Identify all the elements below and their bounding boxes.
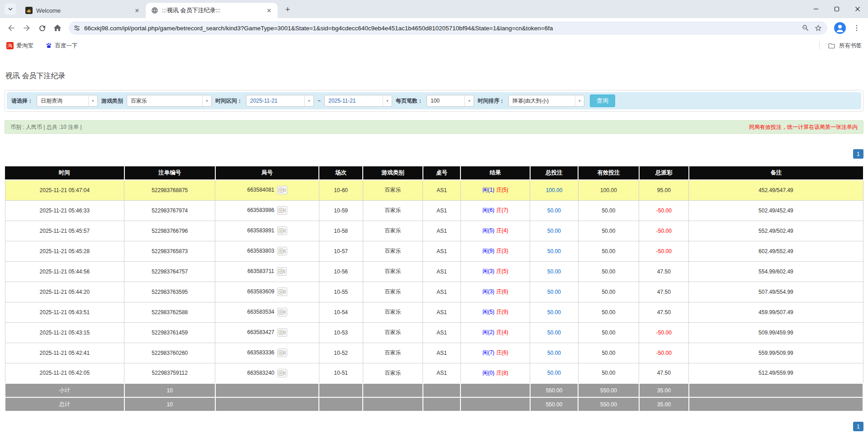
cell-bet-id: 522983761459 [124, 322, 215, 343]
cell-table-no: AS1 [423, 261, 460, 282]
search-button[interactable]: 查询 [590, 94, 615, 107]
cell-table-no: AS1 [423, 180, 460, 200]
sort-order-select[interactable]: 降幂(由大到小) ▼ [508, 95, 584, 107]
new-tab-button[interactable]: + [281, 3, 294, 16]
cell-total-bet: 50.00 [530, 302, 578, 322]
cell-payout: 47.50 [639, 302, 689, 322]
tab-welcome[interactable]: Welcome ✕ [20, 3, 146, 18]
minimize-button[interactable] [806, 0, 826, 18]
menu-button[interactable] [849, 20, 864, 36]
globe-favicon [151, 7, 158, 14]
video-replay-icon[interactable] [277, 308, 287, 316]
close-icon[interactable]: ✕ [133, 6, 141, 14]
maximize-button[interactable] [826, 0, 847, 18]
total-bet-link[interactable]: 50.00 [547, 228, 561, 234]
cell-valid-bet: 50.00 [578, 363, 639, 383]
column-header: 总投注 [530, 166, 578, 180]
site-settings-icon[interactable] [73, 24, 81, 32]
summary-bar: 币别 : 人民币 | 总共 :10 注单 | 同局有效投注，统一计算在该局第一张… [5, 120, 863, 134]
zoom-button[interactable] [799, 22, 812, 34]
video-replay-icon[interactable] [277, 369, 287, 377]
person-icon [834, 22, 846, 34]
total-bet-link[interactable]: 50.00 [547, 268, 561, 275]
total-bet-link[interactable]: 50.00 [547, 350, 561, 356]
date-from-select[interactable]: 2025-11-21 ▼ [246, 95, 314, 107]
page-size-select[interactable]: 100 ▼ [427, 95, 474, 107]
result-banker: 庄(8) [496, 370, 508, 376]
footer-label: 总计 [5, 397, 124, 411]
bookmark-button[interactable] [812, 22, 825, 34]
pagination-bottom: 1 [5, 422, 863, 431]
result-player: 闲(1) [482, 187, 494, 193]
reload-button[interactable] [34, 20, 50, 36]
video-replay-icon[interactable] [277, 247, 287, 255]
tab-search-button[interactable] [5, 3, 16, 15]
round-id-text: 663583609 [247, 288, 274, 295]
result-banker: 庄(7) [496, 207, 508, 213]
total-bet-link[interactable]: 50.00 [547, 207, 561, 214]
total-bet-link[interactable]: 50.00 [547, 289, 561, 295]
column-header: 局号 [215, 166, 319, 180]
footer-empty-cell [319, 397, 363, 411]
close-window-button[interactable] [847, 0, 868, 18]
bookmark-baidu[interactable]: 百度一下 [45, 42, 78, 50]
cell-table-no: AS1 [423, 241, 460, 261]
cell-note: 507.49/554.99 [689, 282, 863, 302]
cell-note: 452.49/547.49 [689, 180, 863, 200]
video-replay-icon[interactable] [277, 226, 287, 235]
game-type-select[interactable]: 百家乐 ▼ [127, 95, 212, 107]
filter-label-query-type: 请选择： [11, 97, 33, 105]
pagination-page-1[interactable]: 1 [853, 422, 863, 431]
profile-avatar[interactable] [834, 22, 846, 34]
tab-betrecord[interactable]: :::视讯 会员下注纪录::: ✕ [146, 3, 278, 18]
round-id-text: 663583427 [247, 329, 274, 335]
forward-button[interactable] [19, 20, 34, 36]
cell-total-bet: 50.00 [530, 200, 578, 221]
close-icon[interactable]: ✕ [265, 6, 273, 14]
column-header: 总派彩 [639, 166, 689, 180]
result-banker: 庄(5) [496, 187, 508, 193]
video-replay-icon[interactable] [277, 287, 287, 296]
video-replay-icon[interactable] [277, 267, 287, 276]
video-replay-icon[interactable] [277, 186, 287, 194]
url-bar[interactable]: 66cxkj98.com/ipl/portal.php/game/betreco… [69, 21, 827, 35]
date-to-select[interactable]: 2025-11-21 ▼ [324, 95, 392, 107]
pagination-page-1[interactable]: 1 [853, 149, 863, 159]
video-camera-icon [279, 309, 286, 315]
column-header: 场次 [319, 166, 363, 180]
table-header: 时间注单编号局号场次游戏类别桌号结果总投注有效投注总派彩备注 [5, 166, 863, 180]
currency-total-summary: 币别 : 人民币 | 总共 :10 注单 | [10, 123, 82, 131]
home-button[interactable] [50, 20, 65, 36]
video-camera-icon [279, 207, 286, 213]
cell-bet-id: 522983767974 [124, 200, 215, 221]
video-replay-icon[interactable] [277, 328, 287, 337]
cell-table-no: AS1 [423, 322, 460, 343]
cell-payout: 47.50 [639, 261, 689, 282]
total-bet-link[interactable]: 50.00 [547, 309, 561, 316]
total-bet-link[interactable]: 50.00 [547, 370, 561, 376]
url-text[interactable]: 66cxkj98.com/ipl/portal.php/game/betreco… [84, 25, 796, 32]
cell-valid-bet: 50.00 [578, 302, 639, 322]
total-bet-link[interactable]: 50.00 [547, 330, 561, 336]
cell-payout: -50.00 [639, 200, 689, 221]
bookmark-taobao[interactable]: 淘 爱淘宝 [6, 42, 33, 50]
footer-empty-cell [423, 397, 460, 411]
round-id-text: 663583803 [247, 248, 274, 254]
cell-valid-bet: 50.00 [578, 261, 639, 282]
footer-empty-cell [689, 397, 863, 411]
chevron-down-icon: ▼ [304, 95, 313, 106]
all-bookmarks-button[interactable]: 所有书签 [819, 42, 862, 50]
cell-bet-id: 522983762588 [124, 302, 215, 322]
total-bet-link[interactable]: 100.00 [546, 187, 563, 193]
round-id-text: 663583986 [247, 207, 274, 213]
maximize-icon [834, 6, 840, 12]
query-type-select[interactable]: 日期查询 ▼ [37, 95, 98, 107]
taobao-icon: 淘 [6, 42, 14, 49]
page-content: 视讯 会员下注纪录 请选择： 日期查询 ▼ 游戏类别 百家乐 ▼ 时间区间： 2… [0, 71, 868, 431]
total-bet-link[interactable]: 50.00 [547, 248, 561, 254]
footer-empty-cell [689, 383, 863, 397]
cell-note: 502.49/452.49 [689, 200, 863, 221]
back-button[interactable] [4, 20, 19, 36]
video-replay-icon[interactable] [277, 206, 287, 215]
video-replay-icon[interactable] [277, 349, 287, 357]
